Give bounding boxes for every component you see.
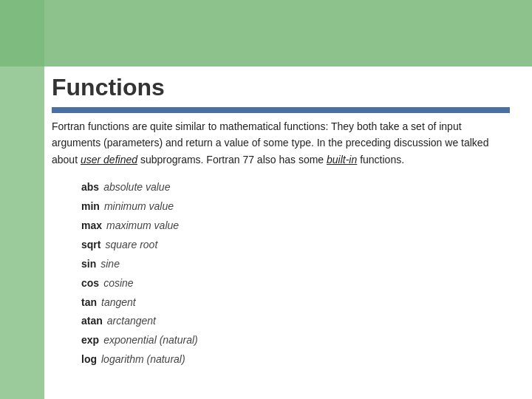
- function-desc: arctangent: [107, 312, 156, 331]
- intro-text-part2: subprograms. Fortran 77 also has some: [137, 154, 327, 166]
- function-name: exp: [81, 331, 99, 350]
- intro-paragraph: Fortran functions are quite similar to m…: [52, 118, 510, 168]
- functions-list: absabsolute valueminminimum valuemaxmaxi…: [81, 178, 510, 369]
- function-item: maxmaximum value: [81, 216, 510, 236]
- function-desc: logarithm (natural): [101, 350, 185, 369]
- function-desc: square root: [105, 236, 157, 255]
- page-title: Functions: [52, 74, 510, 101]
- function-name: min: [81, 197, 100, 216]
- function-desc: tangent: [101, 293, 136, 313]
- intro-italic-user-defined: user defined: [81, 154, 137, 166]
- function-item: minminimum value: [81, 197, 510, 216]
- function-name: tan: [81, 293, 97, 313]
- function-desc: minimum value: [104, 197, 174, 216]
- green-header-bg: [0, 0, 532, 66]
- intro-italic-built-in: built-in: [327, 154, 357, 166]
- function-item: absabsolute value: [81, 178, 510, 197]
- blue-divider: [52, 107, 510, 113]
- function-desc: cosine: [103, 274, 133, 293]
- intro-text-part3: functions.: [357, 154, 404, 166]
- function-name: abs: [81, 178, 99, 197]
- function-item: loglogarithm (natural): [81, 350, 510, 369]
- function-item: sinsine: [81, 255, 510, 274]
- function-item: tantangent: [81, 293, 510, 313]
- function-item: atanarctangent: [81, 312, 510, 331]
- function-name: sqrt: [81, 236, 100, 255]
- function-desc: maximum value: [106, 216, 179, 236]
- function-item: sqrtsquare root: [81, 236, 510, 255]
- function-desc: sine: [100, 255, 120, 274]
- function-item: expexponential (natural): [81, 331, 510, 350]
- function-item: coscosine: [81, 274, 510, 293]
- function-name: max: [81, 216, 102, 236]
- function-name: sin: [81, 255, 96, 274]
- green-sidebar-bg: [0, 0, 44, 399]
- function-desc: exponential (natural): [103, 331, 198, 350]
- content-area: Fortran functions are quite similar to m…: [52, 118, 510, 369]
- function-name: log: [81, 350, 97, 369]
- function-name: atan: [81, 312, 103, 331]
- function-name: cos: [81, 274, 99, 293]
- function-desc: absolute value: [103, 178, 170, 197]
